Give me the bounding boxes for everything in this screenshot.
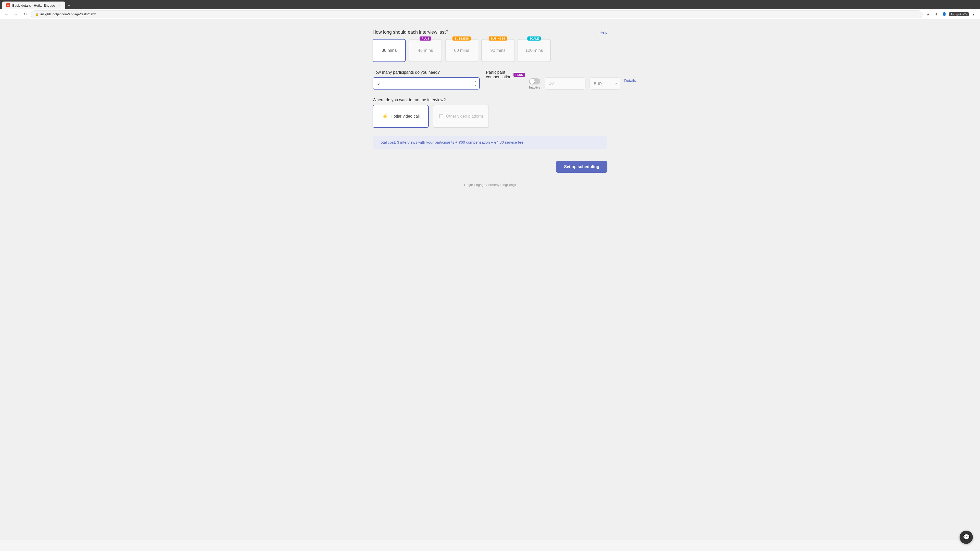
compensation-label-text: Participant compensation [486,70,511,79]
other-video-icon: ☐ [439,113,444,119]
business-badge-60: BUSINESS [452,37,471,41]
toolbar-right: ★ ⇓ 👤 Incognito (2) ⋮ [924,11,977,18]
incognito-badge: Incognito (2) [949,12,969,16]
compensation-label-area: Participant compensation PLUS [486,70,525,82]
new-tab-button[interactable]: + [65,2,73,9]
participants-input-wrap: ▲ ▼ [372,77,480,89]
page-footer: Hotjar Engage (formerly PingPong) [0,177,980,193]
interview-section: Where do you want to run the interview? … [372,98,608,128]
plus-badge-45: PLUS [420,37,431,41]
duration-cards: 30 mins PLUS 45 mins BUSINESS 60 mins BU… [372,39,608,62]
duration-label-30: 30 mins [382,48,397,53]
other-video-label: Other video platform [446,114,483,119]
active-tab[interactable]: H Basic details - Hotjar Engage × [2,2,65,9]
tab-favicon: H [6,3,10,7]
participants-label: How many participants do you need? [372,70,480,75]
details-link[interactable]: Details [624,70,636,83]
address-bar: ← → ↻ 🔒 insights.hotjar.com/engage/tests… [0,9,980,19]
compensation-amount-input[interactable] [545,77,585,89]
amount-input-wrap [545,70,585,89]
back-button[interactable]: ← [3,11,10,18]
duration-label-120: 120 mins [525,48,543,53]
currency-select[interactable]: EUR USD GBP [590,77,620,89]
duration-label-45: 45 mins [418,48,433,53]
stepper-arrows: ▲ ▼ [473,79,478,87]
compensation-group: Participant compensation PLUS Inactive E… [486,70,636,89]
interview-title: Where do you want to run the interview? [372,98,608,102]
interview-cards: ⚡ Hotjar video call ☐ Other video platfo… [372,105,608,128]
download-button[interactable]: ⇓ [933,11,940,18]
participants-compensation-row: How many participants do you need? ▲ ▼ P… [372,70,608,89]
cost-banner: Total cost: 3 interviews with your parti… [372,136,608,149]
interview-card-other[interactable]: ☐ Other video platform [433,105,489,128]
duration-label-90: 90 mins [490,48,506,53]
menu-button[interactable]: ⋮ [970,11,977,18]
chat-icon: 💬 [963,534,970,540]
compensation-label: Participant compensation PLUS [486,70,525,79]
page-content: How long should each interview last? Hel… [0,19,980,540]
duration-card-60[interactable]: BUSINESS 60 mins [445,39,478,62]
compensation-toggle-area: Inactive [529,70,541,89]
bookmark-button[interactable]: ★ [924,11,932,18]
participants-section: How many participants do you need? ▲ ▼ [372,70,480,89]
forward-button[interactable]: → [12,11,19,18]
toggle-thumb [530,79,535,84]
duration-title: How long should each interview last? [372,30,448,35]
duration-card-45[interactable]: PLUS 45 mins [409,39,442,62]
participants-label-text: How many participants do you need? [372,70,440,75]
duration-section-header: How long should each interview last? Hel… [372,30,608,35]
hotjar-video-label: Hotjar video call [391,114,420,119]
compensation-toggle[interactable] [529,78,540,84]
cost-text: Total cost: 3 interviews with your parti… [379,140,523,144]
chat-button[interactable]: 💬 [959,530,973,544]
footer-text: Hotjar Engage (formerly PingPong) [464,183,516,187]
scale-badge-120: SCALE [527,37,541,41]
compensation-plus-badge: PLUS [514,73,525,77]
tab-close-button[interactable]: × [57,3,61,7]
stepper-down[interactable]: ▼ [473,84,478,87]
url-bar[interactable]: 🔒 insights.hotjar.com/engage/tests/new/ [30,11,923,18]
duration-section: How long should each interview last? Hel… [372,30,608,62]
setup-scheduling-button[interactable]: Set up scheduling [556,161,608,173]
browser-chrome: H Basic details - Hotjar Engage × + ← → … [0,0,980,19]
profile-button[interactable]: 👤 [941,11,948,18]
duration-label-60: 60 mins [454,48,469,53]
stepper-up[interactable]: ▲ [473,79,478,83]
participants-input[interactable] [372,77,480,89]
duration-card-90[interactable]: BUSINESS 90 mins [481,39,514,62]
hotjar-video-icon: ⚡ [382,113,388,119]
toggle-label: Inactive [529,86,541,89]
duration-card-30[interactable]: 30 mins [372,39,406,62]
main-container: How long should each interview last? Hel… [368,30,612,177]
lock-icon: 🔒 [35,13,39,16]
tab-title: Basic details - Hotjar Engage [12,3,55,7]
duration-card-120[interactable]: SCALE 120 mins [517,39,551,62]
help-link[interactable]: Help [600,30,608,35]
tab-bar: H Basic details - Hotjar Engage × + [0,0,980,9]
reload-button[interactable]: ↻ [21,11,29,18]
business-badge-90: BUSINESS [489,37,507,41]
url-text: insights.hotjar.com/engage/tests/new/ [40,12,96,16]
currency-select-wrap: EUR USD GBP ▼ [590,77,620,89]
bottom-bar: Set up scheduling [372,157,608,177]
interview-card-hotjar[interactable]: ⚡ Hotjar video call [372,105,429,128]
